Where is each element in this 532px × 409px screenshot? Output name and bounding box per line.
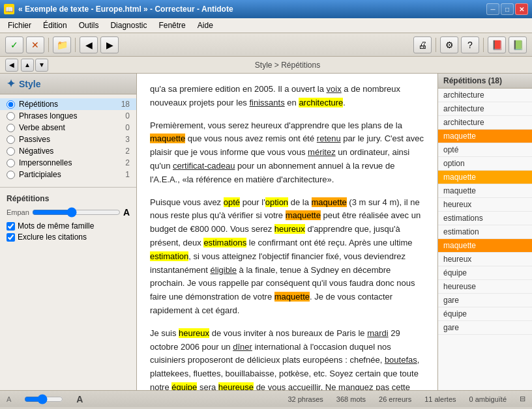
close-button[interactable]: ✕ <box>515 3 528 15</box>
breadcrumb: Style > Répétitions <box>48 61 527 70</box>
heureuse-highlight: heureuse <box>218 382 254 390</box>
maquette-highlight-1: maquette <box>150 134 185 143</box>
help-button[interactable]: ? <box>461 36 479 53</box>
checkbox-citations[interactable]: Exclure les citations <box>7 233 130 242</box>
right-item-6[interactable]: maquette <box>438 171 532 184</box>
menu-fenetre[interactable]: Fenêtre <box>153 20 190 31</box>
radio-verbe-absent-input[interactable] <box>7 124 15 132</box>
radio-repetitions[interactable]: Répétitions 18 <box>0 98 136 110</box>
validate-button[interactable]: ✓ <box>5 36 23 53</box>
menu-fichier[interactable]: Fichier <box>3 20 37 31</box>
radio-impersonnelles-count: 2 <box>117 158 130 167</box>
radio-impersonnelles-input[interactable] <box>7 159 15 167</box>
repetitions-label: Répétitions <box>7 194 130 203</box>
radio-passives-label: Passives <box>19 135 50 144</box>
status-pages: A <box>7 395 11 403</box>
checkbox-famille[interactable]: Mots de même famille <box>7 221 130 231</box>
radio-passives[interactable]: Passives 3 <box>0 134 136 145</box>
heureux-highlight-1: heureux <box>274 224 305 234</box>
menu-aide[interactable]: Aide <box>192 20 218 31</box>
minimize-button[interactable]: ─ <box>486 3 499 15</box>
up-button[interactable]: ▲ <box>21 59 34 72</box>
open-button[interactable]: 📁 <box>53 36 71 53</box>
right-item-15[interactable]: gare <box>438 294 532 307</box>
right-item-5[interactable]: option <box>438 157 532 171</box>
repetitions-section: Répétitions Empan A Mots de même famille… <box>0 190 136 247</box>
diner-word: dîner <box>233 342 252 352</box>
font-size-slider[interactable] <box>24 394 63 404</box>
eligible-word: éligible <box>211 265 237 275</box>
radio-negatives[interactable]: Négatives 2 <box>0 145 136 157</box>
radio-impersonnelles[interactable]: Impersonnelles 2 <box>0 157 136 169</box>
right-item-10[interactable]: estimation <box>438 225 532 239</box>
checkbox-citations-input[interactable] <box>7 233 15 242</box>
certificat-word: certificat-cadeau <box>173 161 235 171</box>
right-item-1[interactable]: architecture <box>438 102 532 116</box>
right-item-0[interactable]: architecture <box>438 89 532 102</box>
cancel-button[interactable]: ✕ <box>26 36 44 53</box>
down-button[interactable]: ▼ <box>35 59 48 72</box>
paragraph-1: qu'a sa premiere edition en 2005. Il a o… <box>150 83 424 110</box>
right-item-16[interactable]: équipe <box>438 307 532 321</box>
right-item-9[interactable]: estimations <box>438 212 532 225</box>
status-bar: A A 32 phrases 368 mots 26 erreurs 11 al… <box>0 390 532 407</box>
estimation-highlight: estimation <box>150 251 188 261</box>
settings-button[interactable]: ⚙ <box>440 36 458 53</box>
toolbar-separator-2 <box>75 38 76 52</box>
radio-phrases-longues[interactable]: Phrases longues 0 <box>0 110 136 122</box>
radio-verbe-absent[interactable]: Verbe absent 0 <box>0 122 136 134</box>
window-controls: ─ □ ✕ <box>486 3 528 15</box>
main-layout: ✦ Style Répétitions 18 Phrases longues 0… <box>0 74 532 390</box>
style-header: ✦ Style <box>0 74 136 94</box>
paragraph-2: Premièrement, vous serez heureux d'appre… <box>150 119 424 187</box>
status-errors: 26 erreurs <box>379 395 411 403</box>
right-item-13[interactable]: équipe <box>438 266 532 280</box>
maquette-highlight-3: maquette <box>286 210 321 220</box>
right-item-4[interactable]: opté <box>438 143 532 157</box>
right-item-8[interactable]: heureux <box>438 198 532 212</box>
nav-bar: ◀ ▲ ▼ Style > Répétitions <box>0 57 532 74</box>
menu-outils[interactable]: Outils <box>74 20 104 31</box>
window-title: « Exemple de texte - Europe.html » - Cor… <box>18 5 486 14</box>
radio-participiales-input[interactable] <box>7 171 15 179</box>
status-ambiguity: 0 ambiguïté <box>469 395 507 403</box>
left-panel: ✦ Style Répétitions 18 Phrases longues 0… <box>0 74 137 390</box>
radio-repetitions-input[interactable] <box>7 100 15 109</box>
maximize-button[interactable]: □ <box>501 3 514 15</box>
radio-phrases-longues-count: 0 <box>117 111 130 120</box>
extra-button[interactable]: 📗 <box>509 36 527 53</box>
slider-row: Empan A <box>7 207 130 218</box>
right-item-14[interactable]: heureuse <box>438 280 532 294</box>
radio-participiales[interactable]: Participiales 1 <box>0 169 136 180</box>
right-item-12[interactable]: heureux <box>438 253 532 266</box>
right-item-7[interactable]: maquette <box>438 184 532 198</box>
radio-list: Répétitions 18 Phrases longues 0 Verbe a… <box>0 94 136 184</box>
status-icon: ⊟ <box>520 395 525 403</box>
radio-verbe-absent-count: 0 <box>117 123 130 132</box>
print-button[interactable]: 🖨 <box>413 36 432 53</box>
architecture-highlight-1: architecture <box>299 98 343 107</box>
menu-bar: Fichier Édition Outils Diagnostic Fenêtr… <box>0 18 532 33</box>
radio-phrases-longues-input[interactable] <box>7 112 15 120</box>
radio-negatives-input[interactable] <box>7 147 15 156</box>
next-button[interactable]: ▶ <box>100 36 119 53</box>
prev-button[interactable]: ◀ <box>80 36 98 53</box>
meritez-word: méritez <box>308 147 336 157</box>
mardi-word: mardi <box>367 328 389 338</box>
checkbox-citations-label: Exclure les citations <box>18 233 87 242</box>
radio-passives-count: 3 <box>117 135 130 144</box>
radio-repetitions-count: 18 <box>117 100 130 109</box>
radio-passives-input[interactable] <box>7 135 15 144</box>
book-button[interactable]: 📕 <box>488 36 506 53</box>
toolbar-separator-1 <box>48 38 49 52</box>
menu-diagnostic[interactable]: Diagnostic <box>105 20 152 31</box>
right-item-2[interactable]: architecture <box>438 116 532 130</box>
style-header-label: Style <box>19 79 40 89</box>
menu-edition[interactable]: Édition <box>38 20 72 31</box>
right-item-11[interactable]: maquette <box>438 239 532 253</box>
checkbox-famille-input[interactable] <box>7 222 15 231</box>
back-button[interactable]: ◀ <box>5 59 18 72</box>
right-item-17[interactable]: gare <box>438 321 532 335</box>
right-item-3[interactable]: maquette <box>438 130 532 143</box>
empan-slider[interactable] <box>32 207 121 218</box>
